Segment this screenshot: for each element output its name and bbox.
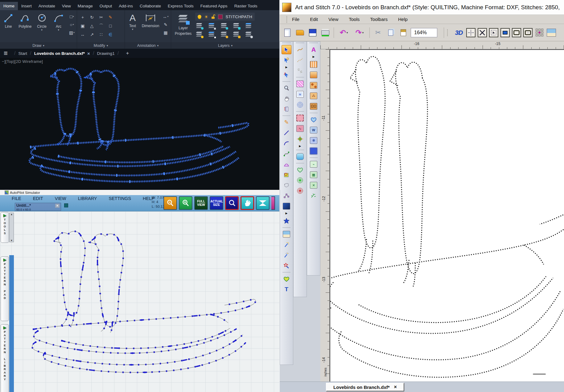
sim-menu-view[interactable]: VIEW	[55, 196, 66, 201]
pencil-tool[interactable]: ✎	[282, 118, 291, 127]
layer-unlock-all-icon[interactable]	[232, 31, 240, 38]
design-canvas[interactable]	[330, 49, 564, 382]
layer-on-bulb-icon[interactable]	[198, 15, 201, 18]
layer-off-icon[interactable]	[195, 22, 203, 29]
ribbon-tab-insert[interactable]: Insert	[18, 2, 35, 10]
grid-points-button[interactable]	[535, 28, 544, 37]
copy-icon[interactable]: ▣	[79, 22, 86, 29]
actual-size-button[interactable]: ACTUAL SIZE	[210, 196, 223, 210]
hamburger-menu-icon[interactable]: ≡	[4, 49, 8, 57]
table-icon[interactable]: ▦	[162, 29, 169, 36]
lovebirds-design-ans[interactable]	[330, 50, 564, 382]
crosshair-toggle-button[interactable]	[478, 28, 487, 37]
w-stitch-tool[interactable]: W	[309, 125, 319, 135]
undo-button[interactable]: ↶▾	[337, 27, 351, 38]
applique-tool[interactable]	[295, 113, 305, 123]
ribbon-tab-express-tools[interactable]: Express Tools	[164, 2, 197, 10]
curve-tool[interactable]	[295, 45, 305, 54]
hatch-stitch-tool[interactable]	[295, 66, 305, 75]
text-tool[interactable]: A Text ▾	[125, 13, 140, 31]
array-icon[interactable]: ∷	[97, 31, 105, 38]
magic-wand-tool[interactable]	[282, 240, 291, 249]
color-chip[interactable]	[64, 203, 68, 207]
chevron-down-icon[interactable]: ▾	[58, 29, 60, 31]
doc-tab-drawing1[interactable]: Drawing1	[97, 51, 115, 56]
lovebirds-design-cad[interactable]	[18, 62, 261, 185]
scroll-indicator[interactable]	[533, 374, 546, 375]
close-icon[interactable]: ×	[87, 51, 90, 56]
ribbon-tab-manage[interactable]: Manage	[74, 2, 96, 10]
rectangle-tool-icon[interactable]: □▾	[68, 13, 76, 20]
dim-linear-icon[interactable]: ↔▾	[162, 13, 169, 20]
cut-button[interactable]: ✂	[373, 27, 383, 38]
ribbon-tab-raster-tools[interactable]: Raster Tools	[231, 2, 261, 10]
arc-tool[interactable]	[282, 139, 291, 148]
layer-freeze-icon[interactable]	[220, 22, 228, 29]
redraw-tool[interactable]	[282, 70, 291, 80]
zoom-select-tool[interactable]	[282, 55, 291, 65]
chevron-down-icon[interactable]: ▾	[362, 31, 364, 34]
annotation-panel-label[interactable]: Annotation▾	[125, 42, 171, 49]
hoop-button[interactable]	[512, 28, 521, 37]
star-tool[interactable]	[282, 216, 291, 226]
tools-scrollbar[interactable]: ▲▼	[9, 213, 14, 242]
registration-tool[interactable]	[295, 134, 305, 144]
document-tab[interactable]: Lovebirds on Branch.dxf* ×	[326, 383, 404, 391]
scroll-down-icon[interactable]: ▼	[10, 239, 13, 242]
zoom-out-button[interactable]	[163, 196, 177, 210]
layer-properties-tool[interactable]: Layer Properties	[171, 13, 195, 35]
hoop-center-button[interactable]: ∷	[523, 28, 533, 37]
echo-tool[interactable]	[295, 100, 305, 109]
leader-icon[interactable]: ✎	[162, 21, 169, 28]
doc-tab-start[interactable]: Start	[19, 51, 27, 56]
hatch-tool-icon[interactable]: ▨▾	[68, 29, 76, 36]
simulator-canvas[interactable]: ▲▼ ▶ TOOLS ▶ PATTERN PAD ▶ PATTERN LIBRA…	[0, 211, 279, 392]
pan-tool[interactable]	[282, 94, 291, 103]
menu-view[interactable]: View	[328, 17, 338, 22]
zoom-in-button[interactable]	[179, 196, 192, 210]
backdrop-button[interactable]	[546, 27, 557, 38]
magnifier-tool[interactable]	[282, 84, 291, 93]
magic-wand-curve-tool[interactable]	[282, 251, 291, 260]
chip-fill-tool[interactable]	[309, 146, 319, 156]
rotate-icon[interactable]: ↻	[88, 14, 96, 21]
erase-pencil-icon[interactable]: ✎	[107, 14, 114, 21]
tools-tab[interactable]: ▶ TOOLS	[1, 212, 9, 243]
select-tool[interactable]	[282, 45, 291, 54]
menu-edit[interactable]: Edit	[310, 17, 318, 22]
magic-star-tool[interactable]	[282, 261, 291, 270]
current-layer-name[interactable]: STITCHPATH	[225, 14, 252, 19]
polyline-tool[interactable]: Polyline	[17, 13, 33, 29]
ribbon-tab-featured-apps[interactable]: Featured Apps	[197, 2, 231, 10]
paste-button[interactable]	[398, 27, 409, 38]
chevron-down-icon[interactable]: ▾	[347, 31, 348, 34]
pattern-tab-untitled[interactable]: Untitl...* × 60.0 x 60.0	[15, 203, 61, 211]
heart-outline-tool[interactable]	[295, 165, 305, 174]
save-button[interactable]	[307, 27, 318, 38]
offset-icon[interactable]: ∈	[107, 31, 114, 38]
scale-icon[interactable]: ↗	[88, 31, 96, 38]
motif-stitch-tool[interactable]: ≋	[295, 90, 305, 99]
sim-menu-library[interactable]: LIBRARY	[78, 196, 97, 201]
redo-button[interactable]: ↷▾	[353, 27, 366, 38]
mirror-icon[interactable]: △	[88, 22, 96, 29]
pattern-library-tab[interactable]: ▶ PATTERN LIBRARY	[1, 324, 9, 392]
flyout-arrow-icon[interactable]: ▶	[299, 145, 301, 148]
arch-tool[interactable]	[282, 160, 291, 169]
box-icon[interactable]: □	[107, 22, 114, 29]
bead-curve-tool[interactable]	[295, 55, 305, 65]
cad-viewport[interactable]: −][Top][2D Wireframe]	[0, 58, 279, 190]
circle-fill-tool[interactable]	[309, 81, 319, 90]
lasso-tool[interactable]	[282, 181, 291, 190]
lettering-tool[interactable]: T	[282, 285, 291, 294]
sim-menu-edit[interactable]: EDIT	[33, 196, 43, 201]
new-button[interactable]	[282, 27, 293, 38]
refresh-hourglass-button[interactable]	[256, 196, 270, 210]
fill-tool[interactable]	[282, 202, 291, 211]
flyout-arrow-icon[interactable]: ▶	[286, 212, 288, 215]
layer-color-swatch[interactable]	[218, 14, 223, 19]
gradient-fill-tool[interactable]	[309, 70, 319, 80]
sim-menu-settings[interactable]: SETTINGS	[109, 196, 131, 201]
line-tool[interactable]: Line	[0, 13, 17, 29]
menu-tools[interactable]: Tools	[349, 17, 360, 22]
